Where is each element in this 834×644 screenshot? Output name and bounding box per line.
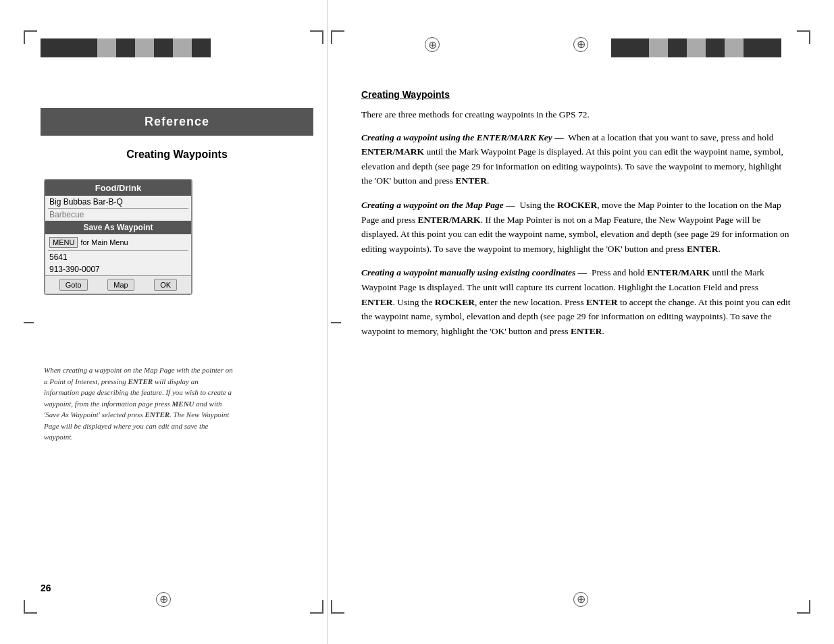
device-btn-goto[interactable]: Goto — [59, 279, 88, 291]
right-corner-bl — [331, 600, 344, 614]
corner-bracket-tl — [24, 30, 37, 44]
crosshair-bottom-right: ⊕ — [573, 592, 588, 607]
right-side-decoration — [331, 322, 341, 323]
reference-box: Reference — [41, 108, 313, 136]
method-title-3: Creating a waypoint manually using exist… — [361, 267, 587, 277]
device-row-1: Big Bubbas Bar-B-Q — [45, 196, 191, 208]
device-header: Food/Drink — [45, 180, 191, 196]
crosshair-bottom-left: ⊕ — [156, 592, 171, 607]
corner-bracket-tr — [310, 30, 323, 44]
method-block-1: Creating a waypoint using the ENTER/MARK… — [361, 130, 793, 188]
right-header-bar — [611, 37, 793, 59]
right-corner-tl — [331, 30, 344, 44]
page-container: ⊕ Reference Creating Waypoints Food/Drin… — [0, 0, 834, 644]
crosshair-top-left: ⊕ — [425, 37, 440, 52]
device-row-6: 913-390-0007 — [45, 263, 191, 275]
method-title-1: Creating a waypoint using the ENTER/MARK… — [361, 132, 564, 142]
method-block-3: Creating a waypoint manually using exist… — [361, 265, 793, 338]
right-section-heading: Creating Waypoints — [361, 88, 793, 103]
right-corner-tr — [797, 30, 810, 44]
reference-label: Reference — [145, 115, 209, 128]
method-block-2: Creating a waypoint on the Map Page — Us… — [361, 198, 793, 256]
corner-bracket-br — [310, 600, 323, 614]
device-btn-map[interactable]: Map — [107, 279, 134, 291]
left-header-bar — [41, 37, 223, 59]
right-corner-br — [797, 600, 810, 614]
page-number: 26 — [41, 583, 51, 593]
device-row-2: Barbecue — [45, 209, 191, 221]
left-section-title: Creating Waypoints — [41, 149, 313, 161]
device-mockup: Food/Drink Big Bubbas Bar-B-Q Barbecue S… — [44, 179, 192, 295]
crosshair-top-right: ⊕ — [573, 37, 588, 52]
left-side-decoration — [24, 322, 34, 323]
device-row-5: 5641 — [45, 251, 191, 263]
device-menu-box: MENU — [49, 237, 78, 248]
device-btn-ok[interactable]: OK — [154, 279, 177, 291]
intro-text: There are three methods for creating way… — [361, 108, 793, 122]
right-content: Creating Waypoints There are three metho… — [361, 88, 793, 348]
device-row-selected: Save As Waypoint — [45, 221, 191, 234]
device-caption: When creating a waypoint on the Map Page… — [44, 365, 233, 443]
device-row-menu: MENU for Main Menu — [45, 234, 191, 250]
device-bottom-buttons: Goto Map OK — [45, 275, 191, 294]
left-page: ⊕ Reference Creating Waypoints Food/Drin… — [0, 0, 328, 644]
right-page: ⊕ ⊕ ⊕ Creating Waypoints There are three… — [328, 0, 834, 644]
method-title-2: Creating a waypoint on the Map Page — — [361, 200, 515, 210]
corner-bracket-bl — [24, 600, 37, 614]
